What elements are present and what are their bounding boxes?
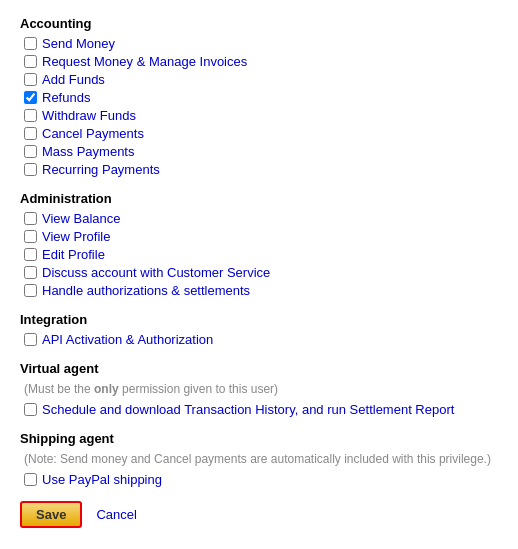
api-activation-checkbox[interactable]	[24, 333, 37, 346]
schedule-download-item: Schedule and download Transaction Histor…	[20, 402, 498, 417]
mass-payments-checkbox[interactable]	[24, 145, 37, 158]
schedule-download-checkbox[interactable]	[24, 403, 37, 416]
request-money-checkbox[interactable]	[24, 55, 37, 68]
integration-title: Integration	[20, 312, 498, 327]
save-button[interactable]: Save	[20, 501, 82, 528]
edit-profile-label[interactable]: Edit Profile	[42, 247, 105, 262]
refunds-checkbox[interactable]	[24, 91, 37, 104]
send-money-label[interactable]: Send Money	[42, 36, 115, 51]
add-funds-checkbox[interactable]	[24, 73, 37, 86]
api-activation-label[interactable]: API Activation & Authorization	[42, 332, 213, 347]
shipping-agent-title: Shipping agent	[20, 431, 498, 446]
edit-profile-item: Edit Profile	[20, 247, 498, 262]
view-profile-item: View Profile	[20, 229, 498, 244]
withdraw-funds-item: Withdraw Funds	[20, 108, 498, 123]
virtual-agent-note: (Must be the only permission given to th…	[20, 381, 498, 398]
withdraw-funds-label[interactable]: Withdraw Funds	[42, 108, 136, 123]
discuss-account-checkbox[interactable]	[24, 266, 37, 279]
integration-section: Integration API Activation & Authorizati…	[20, 312, 498, 347]
send-money-item: Send Money	[20, 36, 498, 51]
api-activation-item: API Activation & Authorization	[20, 332, 498, 347]
discuss-account-label[interactable]: Discuss account with Customer Service	[42, 265, 270, 280]
withdraw-funds-checkbox[interactable]	[24, 109, 37, 122]
handle-authorizations-item: Handle authorizations & settlements	[20, 283, 498, 298]
virtual-agent-title: Virtual agent	[20, 361, 498, 376]
add-funds-label[interactable]: Add Funds	[42, 72, 105, 87]
refunds-label[interactable]: Refunds	[42, 90, 90, 105]
recurring-payments-checkbox[interactable]	[24, 163, 37, 176]
mass-payments-item: Mass Payments	[20, 144, 498, 159]
recurring-payments-item: Recurring Payments	[20, 162, 498, 177]
request-money-item: Request Money & Manage Invoices	[20, 54, 498, 69]
administration-title: Administration	[20, 191, 498, 206]
use-paypal-shipping-label[interactable]: Use PayPal shipping	[42, 472, 162, 487]
handle-authorizations-checkbox[interactable]	[24, 284, 37, 297]
accounting-title: Accounting	[20, 16, 498, 31]
view-profile-checkbox[interactable]	[24, 230, 37, 243]
only-emphasis: only	[94, 382, 119, 396]
view-balance-item: View Balance	[20, 211, 498, 226]
mass-payments-label[interactable]: Mass Payments	[42, 144, 134, 159]
shipping-agent-section: Shipping agent (Note: Send money and Can…	[20, 431, 498, 487]
schedule-download-label[interactable]: Schedule and download Transaction Histor…	[42, 402, 454, 417]
accounting-section: Accounting Send Money Request Money & Ma…	[20, 16, 498, 177]
handle-authorizations-label[interactable]: Handle authorizations & settlements	[42, 283, 250, 298]
discuss-account-item: Discuss account with Customer Service	[20, 265, 498, 280]
action-buttons: Save Cancel	[20, 501, 498, 528]
virtual-agent-section: Virtual agent (Must be the only permissi…	[20, 361, 498, 417]
add-funds-item: Add Funds	[20, 72, 498, 87]
cancel-payments-checkbox[interactable]	[24, 127, 37, 140]
use-paypal-shipping-checkbox[interactable]	[24, 473, 37, 486]
recurring-payments-label[interactable]: Recurring Payments	[42, 162, 160, 177]
request-money-label[interactable]: Request Money & Manage Invoices	[42, 54, 247, 69]
cancel-payments-item: Cancel Payments	[20, 126, 498, 141]
send-money-checkbox[interactable]	[24, 37, 37, 50]
cancel-button[interactable]: Cancel	[88, 503, 144, 526]
administration-section: Administration View Balance View Profile…	[20, 191, 498, 298]
refunds-item: Refunds	[20, 90, 498, 105]
use-paypal-shipping-item: Use PayPal shipping	[20, 472, 498, 487]
cancel-payments-label[interactable]: Cancel Payments	[42, 126, 144, 141]
view-balance-checkbox[interactable]	[24, 212, 37, 225]
view-profile-label[interactable]: View Profile	[42, 229, 110, 244]
edit-profile-checkbox[interactable]	[24, 248, 37, 261]
view-balance-label[interactable]: View Balance	[42, 211, 121, 226]
shipping-agent-note: (Note: Send money and Cancel payments ar…	[20, 451, 498, 468]
